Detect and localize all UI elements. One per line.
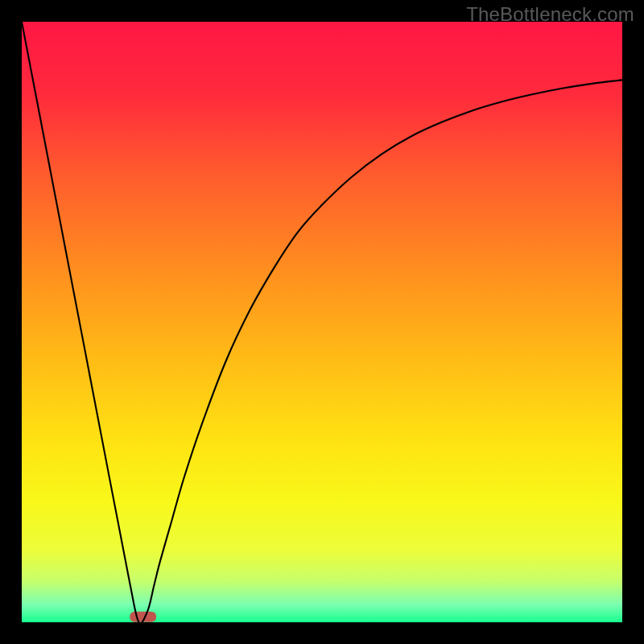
plot-area bbox=[22, 22, 622, 622]
watermark-text: TheBottleneck.com bbox=[466, 3, 634, 26]
gradient-background bbox=[22, 22, 622, 622]
chart-canvas: TheBottleneck.com bbox=[0, 0, 644, 644]
